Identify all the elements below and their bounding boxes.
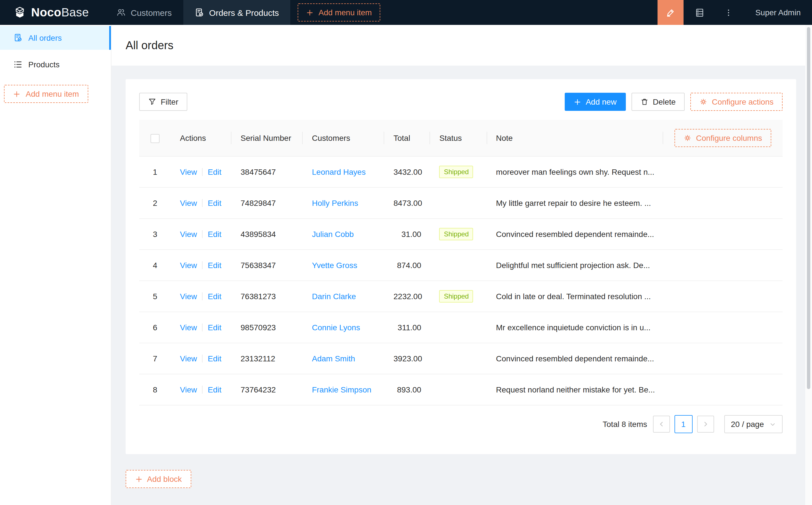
status-cell (430, 250, 487, 281)
more-menu-button[interactable] (716, 0, 741, 25)
vertical-scrollbar[interactable] (805, 25, 812, 505)
app-window: NocoBase Customers (0, 0, 812, 505)
edit-link[interactable]: Edit (208, 323, 221, 332)
table-row: 8 ViewEdit 73764232 Frankie Simpson 893.… (139, 374, 783, 405)
view-link[interactable]: View (180, 385, 197, 394)
customer-link[interactable]: Frankie Simpson (312, 385, 372, 394)
tab-orders-products[interactable]: Orders & Products (183, 0, 290, 25)
gear-icon (684, 134, 691, 142)
filter-button[interactable]: Filter (139, 93, 187, 111)
action-divider (202, 261, 202, 269)
edit-link[interactable]: Edit (208, 354, 221, 363)
page-number-1[interactable]: 1 (674, 415, 692, 433)
logo-text: NocoBase (31, 6, 89, 19)
configure-actions-button[interactable]: Configure actions (690, 93, 783, 111)
configure-columns-button[interactable]: Configure columns (675, 129, 771, 147)
customer-cell: Darin Clarke (303, 281, 385, 312)
collections-button[interactable] (684, 0, 716, 25)
delete-button[interactable]: Delete (631, 93, 685, 111)
table-row: 6 ViewEdit 98570923 Connie Lyons 311.00 … (139, 312, 783, 343)
action-divider (202, 168, 202, 176)
status-cell (430, 343, 487, 374)
top-navbar: NocoBase Customers (0, 0, 812, 25)
view-link[interactable]: View (180, 354, 197, 363)
view-link[interactable]: View (180, 167, 197, 176)
status-cell (430, 374, 487, 405)
add-block-button[interactable]: Add block (126, 470, 191, 488)
navbar-right: Super Admin (658, 0, 812, 25)
select-all-checkbox[interactable] (150, 134, 160, 143)
sidebar-add-menu-item-button[interactable]: Add menu item (4, 85, 88, 103)
row-actions-cell: ViewEdit (171, 281, 232, 312)
row-index: 2 (153, 198, 157, 207)
prev-page-button[interactable] (653, 415, 670, 433)
plus-icon (13, 90, 21, 98)
serial-number-cell: 43895834 (232, 218, 303, 250)
scrollbar-thumb[interactable] (807, 27, 810, 389)
pagination: Total 8 items 1 (139, 415, 783, 433)
status-cell: Shipped (430, 218, 487, 250)
view-link[interactable]: View (180, 229, 197, 239)
view-link[interactable]: View (180, 261, 197, 270)
orders-table-block: Filter Add new (126, 79, 796, 454)
customer-link[interactable]: Adam Smith (312, 354, 355, 363)
serial-number-cell: 23132112 (232, 343, 303, 374)
row-actions-cell: ViewEdit (171, 187, 232, 218)
customer-link[interactable]: Julian Cobb (312, 229, 354, 239)
customer-cell: Connie Lyons (303, 312, 385, 343)
edit-link[interactable]: Edit (208, 229, 221, 239)
status-badge: Shipped (439, 228, 473, 240)
sidebar-item-products[interactable]: Products (0, 52, 111, 76)
database-icon (695, 8, 705, 17)
note-cell: Convinced resembled dependent remainde..… (487, 218, 663, 250)
column-header-customers: Customers (303, 120, 385, 156)
row-spacer-cell (663, 156, 783, 187)
row-spacer-cell (663, 218, 783, 250)
view-link[interactable]: View (180, 198, 197, 207)
tab-customers[interactable]: Customers (105, 0, 183, 25)
customer-link[interactable]: Leonard Hayes (312, 167, 366, 176)
sidebar: All orders Products Add menu item (0, 25, 112, 505)
customer-link[interactable]: Holly Perkins (312, 198, 358, 207)
row-spacer-cell (663, 374, 783, 405)
navbar-add-menu-item-button[interactable]: Add menu item (298, 3, 380, 21)
customer-link[interactable]: Yvette Gross (312, 261, 357, 270)
page-size-select[interactable]: 20 / page (724, 415, 783, 433)
chevron-left-icon (658, 421, 665, 428)
status-cell (430, 187, 487, 218)
row-index-cell: 1 (139, 156, 171, 187)
row-index: 4 (153, 261, 157, 270)
current-user[interactable]: Super Admin (756, 8, 801, 17)
action-divider (202, 386, 202, 393)
edit-link[interactable]: Edit (208, 292, 221, 301)
ui-editor-button[interactable] (658, 0, 684, 25)
edit-link[interactable]: Edit (208, 198, 221, 207)
order-form-icon (14, 33, 23, 42)
status-badge: Shipped (439, 290, 473, 303)
total-cell: 311.00 (385, 312, 430, 343)
row-spacer-cell (663, 187, 783, 218)
add-new-button[interactable]: Add new (565, 93, 626, 111)
customer-link[interactable]: Darin Clarke (312, 292, 356, 301)
row-index: 3 (153, 229, 157, 239)
view-link[interactable]: View (180, 292, 197, 301)
customer-link[interactable]: Connie Lyons (312, 323, 360, 332)
row-spacer-cell (663, 250, 783, 281)
status-cell: Shipped (430, 156, 487, 187)
serial-number-cell: 74829847 (232, 187, 303, 218)
sidebar-item-all-orders[interactable]: All orders (0, 26, 111, 50)
plus-icon (574, 98, 581, 106)
table-row: 5 ViewEdit 76381273 Darin Clarke 2232.00… (139, 281, 783, 312)
gear-icon (699, 98, 707, 106)
edit-link[interactable]: Edit (208, 167, 221, 176)
chevron-right-icon (702, 421, 709, 428)
edit-link[interactable]: Edit (208, 385, 221, 394)
orders-table: Actions Serial Number Customers Total St… (139, 120, 783, 405)
view-link[interactable]: View (180, 323, 197, 332)
nocobase-logo[interactable]: NocoBase (0, 6, 105, 19)
serial-number-cell: 75638347 (232, 250, 303, 281)
sidebar-item-label: Products (28, 60, 60, 69)
edit-link[interactable]: Edit (208, 261, 221, 270)
next-page-button[interactable] (697, 415, 714, 433)
total-cell: 3432.00 (385, 156, 430, 187)
